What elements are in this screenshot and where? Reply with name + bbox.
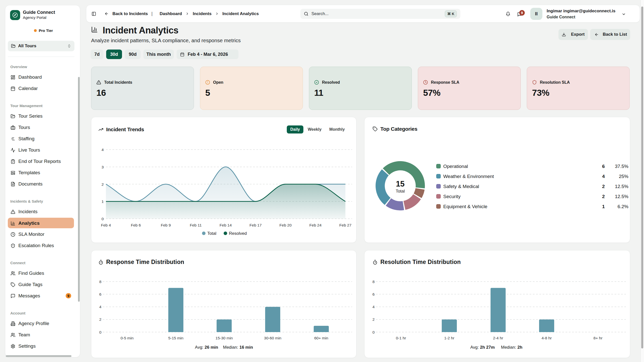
- svg-text:Security: Security: [443, 194, 461, 199]
- svg-text:6: 6: [99, 292, 101, 296]
- svg-text:4-8 hr: 4-8 hr: [542, 336, 552, 340]
- svg-text:6.2%: 6.2%: [618, 204, 628, 209]
- svg-text:Safety & Medical: Safety & Medical: [443, 184, 479, 189]
- svg-text:0: 0: [99, 330, 101, 334]
- svg-text:Equipment & Vehicle: Equipment & Vehicle: [443, 204, 487, 209]
- svg-text:Feb 9: Feb 9: [161, 223, 171, 227]
- svg-text:12.5%: 12.5%: [615, 194, 628, 199]
- svg-text:6: 6: [602, 164, 605, 169]
- svg-text:Avg: 2h 27m: Avg: 2h 27m: [470, 345, 495, 350]
- svg-text:Feb 11: Feb 11: [190, 223, 202, 227]
- svg-text:4: 4: [101, 148, 104, 152]
- svg-text:2: 2: [602, 184, 605, 189]
- svg-text:4: 4: [602, 174, 605, 179]
- svg-text:Avg: 26 min: Avg: 26 min: [195, 345, 218, 350]
- svg-text:Feb 24: Feb 24: [309, 223, 322, 227]
- svg-text:2: 2: [372, 317, 375, 322]
- svg-text:2: 2: [101, 182, 104, 187]
- svg-text:Total: Total: [396, 189, 405, 194]
- svg-text:Feb 14: Feb 14: [220, 223, 232, 227]
- svg-text:60+ min: 60+ min: [314, 336, 328, 340]
- svg-text:15-30 min: 15-30 min: [216, 336, 233, 340]
- svg-text:Feb 6: Feb 6: [131, 223, 141, 227]
- svg-text:2: 2: [602, 194, 605, 199]
- svg-text:Median: 16 min: Median: 16 min: [223, 345, 253, 350]
- svg-text:Operational: Operational: [443, 164, 468, 169]
- svg-text:1-2 hr: 1-2 hr: [444, 336, 455, 340]
- svg-text:5-15 min: 5-15 min: [168, 336, 183, 340]
- svg-text:1: 1: [602, 204, 605, 209]
- svg-text:25%: 25%: [619, 174, 628, 179]
- svg-text:8: 8: [372, 280, 375, 284]
- svg-text:Feb 20: Feb 20: [279, 223, 292, 227]
- svg-text:8: 8: [99, 280, 101, 284]
- svg-text:6: 6: [372, 292, 375, 296]
- svg-text:2-4 hr: 2-4 hr: [493, 336, 503, 340]
- svg-text:4: 4: [372, 305, 375, 309]
- svg-text:0: 0: [372, 330, 375, 334]
- svg-text:1: 1: [101, 199, 104, 204]
- svg-text:15: 15: [396, 179, 405, 188]
- svg-text:30-60 min: 30-60 min: [264, 336, 281, 340]
- svg-text:0-5 min: 0-5 min: [120, 336, 134, 340]
- svg-text:Feb 4: Feb 4: [101, 223, 111, 227]
- svg-text:2: 2: [99, 317, 101, 322]
- svg-text:4: 4: [99, 305, 101, 309]
- svg-text:Feb 17: Feb 17: [250, 223, 262, 227]
- svg-text:12.5%: 12.5%: [615, 184, 628, 189]
- svg-text:0: 0: [101, 217, 104, 221]
- svg-text:0-1 hr: 0-1 hr: [396, 336, 406, 340]
- svg-text:Total: Total: [207, 231, 216, 236]
- svg-text:3: 3: [101, 165, 104, 169]
- svg-text:37.5%: 37.5%: [615, 164, 628, 169]
- svg-text:Weather & Environment: Weather & Environment: [443, 174, 494, 179]
- svg-text:Median: 2h: Median: 2h: [501, 345, 522, 350]
- svg-text:8+ hr: 8+ hr: [593, 336, 602, 340]
- svg-text:Resolved: Resolved: [229, 231, 247, 236]
- svg-text:Feb 27: Feb 27: [339, 223, 351, 227]
